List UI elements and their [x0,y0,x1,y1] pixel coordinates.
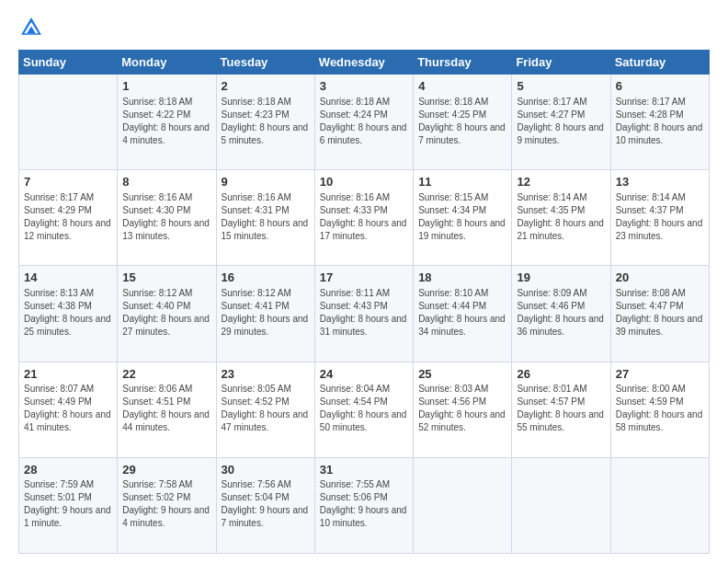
day-number: 25 [418,366,507,383]
day-number: 27 [616,366,705,383]
calendar-cell: 26Sunrise: 8:01 AMSunset: 4:57 PMDayligh… [512,362,610,457]
day-number: 1 [122,78,211,95]
page: SundayMondayTuesdayWednesdayThursdayFrid… [0,0,728,563]
day-info: Sunrise: 7:55 AMSunset: 5:06 PMDaylight:… [320,478,409,530]
calendar-cell: 7Sunrise: 8:17 AMSunset: 4:29 PMDaylight… [19,170,118,266]
day-number: 30 [222,462,311,478]
day-number: 8 [122,174,211,190]
day-info: Sunrise: 8:17 AMSunset: 4:29 PMDaylight:… [24,191,113,243]
day-number: 9 [222,174,311,190]
day-number: 28 [24,462,113,478]
day-number: 18 [418,270,507,286]
calendar-cell: 5Sunrise: 8:17 AMSunset: 4:27 PMDaylight… [512,75,610,170]
weekday-header-wednesday: Wednesday [314,51,413,75]
day-info: Sunrise: 8:18 AMSunset: 4:25 PMDaylight:… [418,96,507,147]
day-info: Sunrise: 8:05 AMSunset: 4:52 PMDaylight:… [222,383,311,434]
day-info: Sunrise: 8:08 AMSunset: 4:47 PMDaylight:… [616,287,705,339]
day-number: 11 [418,174,507,190]
calendar-cell: 22Sunrise: 8:06 AMSunset: 4:51 PMDayligh… [118,362,216,457]
logo [18,15,48,40]
calendar-cell: 11Sunrise: 8:15 AMSunset: 4:34 PMDayligh… [414,170,512,266]
day-info: Sunrise: 7:56 AMSunset: 5:04 PMDaylight:… [222,478,311,530]
calendar-cell: 4Sunrise: 8:18 AMSunset: 4:25 PMDaylight… [414,75,512,170]
calendar-cell: 3Sunrise: 8:18 AMSunset: 4:24 PMDaylight… [314,75,413,170]
day-number: 24 [320,366,409,383]
day-number: 4 [418,78,507,95]
calendar-table: SundayMondayTuesdayWednesdayThursdayFrid… [18,50,710,554]
calendar-cell: 30Sunrise: 7:56 AMSunset: 5:04 PMDayligh… [216,457,314,553]
day-info: Sunrise: 8:16 AMSunset: 4:30 PMDaylight:… [122,191,211,243]
calendar-cell: 27Sunrise: 8:00 AMSunset: 4:59 PMDayligh… [610,362,709,457]
calendar-cell: 31Sunrise: 7:55 AMSunset: 5:06 PMDayligh… [314,457,413,553]
day-number: 26 [517,366,606,383]
calendar-cell: 14Sunrise: 8:13 AMSunset: 4:38 PMDayligh… [19,266,118,362]
calendar-cell: 9Sunrise: 8:16 AMSunset: 4:31 PMDaylight… [216,170,314,266]
day-number: 31 [320,462,409,478]
day-info: Sunrise: 8:12 AMSunset: 4:41 PMDaylight:… [222,287,311,339]
weekday-header-tuesday: Tuesday [216,51,314,75]
weekday-header-row: SundayMondayTuesdayWednesdayThursdayFrid… [19,51,710,75]
day-info: Sunrise: 8:09 AMSunset: 4:46 PMDaylight:… [517,287,606,339]
day-number: 3 [320,78,409,95]
day-info: Sunrise: 8:14 AMSunset: 4:35 PMDaylight:… [517,191,606,243]
day-number: 19 [517,270,606,286]
calendar-cell: 28Sunrise: 7:59 AMSunset: 5:01 PMDayligh… [19,457,118,553]
calendar-week-row: 7Sunrise: 8:17 AMSunset: 4:29 PMDaylight… [19,170,710,266]
day-info: Sunrise: 8:01 AMSunset: 4:57 PMDaylight:… [517,383,606,434]
day-info: Sunrise: 8:17 AMSunset: 4:28 PMDaylight:… [616,96,705,147]
calendar-cell: 10Sunrise: 8:16 AMSunset: 4:33 PMDayligh… [314,170,413,266]
weekday-header-thursday: Thursday [414,51,512,75]
day-info: Sunrise: 8:18 AMSunset: 4:24 PMDaylight:… [320,96,409,147]
calendar-cell [610,457,709,553]
calendar-cell: 13Sunrise: 8:14 AMSunset: 4:37 PMDayligh… [610,170,709,266]
day-number: 22 [122,366,211,383]
day-info: Sunrise: 8:03 AMSunset: 4:56 PMDaylight:… [418,383,507,434]
day-number: 2 [222,78,311,95]
calendar-cell [19,75,118,170]
weekday-header-monday: Monday [118,51,216,75]
calendar-cell: 12Sunrise: 8:14 AMSunset: 4:35 PMDayligh… [512,170,610,266]
day-number: 7 [24,174,113,190]
calendar-cell: 17Sunrise: 8:11 AMSunset: 4:43 PMDayligh… [314,266,413,362]
calendar-cell: 8Sunrise: 8:16 AMSunset: 4:30 PMDaylight… [118,170,216,266]
day-info: Sunrise: 8:11 AMSunset: 4:43 PMDaylight:… [320,287,409,339]
day-number: 14 [24,270,113,286]
calendar-cell: 21Sunrise: 8:07 AMSunset: 4:49 PMDayligh… [19,362,118,457]
day-info: Sunrise: 8:17 AMSunset: 4:27 PMDaylight:… [517,96,606,147]
day-number: 21 [24,366,113,383]
calendar-cell: 15Sunrise: 8:12 AMSunset: 4:40 PMDayligh… [118,266,216,362]
day-number: 20 [616,270,705,286]
day-info: Sunrise: 8:07 AMSunset: 4:49 PMDaylight:… [24,383,113,434]
day-number: 5 [517,78,606,95]
day-info: Sunrise: 8:18 AMSunset: 4:22 PMDaylight:… [122,96,211,147]
weekday-header-sunday: Sunday [19,51,118,75]
day-number: 29 [122,462,211,478]
day-number: 12 [517,174,606,190]
day-info: Sunrise: 8:00 AMSunset: 4:59 PMDaylight:… [616,383,705,434]
day-info: Sunrise: 8:04 AMSunset: 4:54 PMDaylight:… [320,383,409,434]
calendar-cell: 29Sunrise: 7:58 AMSunset: 5:02 PMDayligh… [118,457,216,553]
logo-icon [18,15,44,40]
day-info: Sunrise: 7:59 AMSunset: 5:01 PMDaylight:… [24,478,113,530]
calendar-cell: 19Sunrise: 8:09 AMSunset: 4:46 PMDayligh… [512,266,610,362]
day-info: Sunrise: 8:14 AMSunset: 4:37 PMDaylight:… [616,191,705,243]
weekday-header-saturday: Saturday [610,51,709,75]
calendar-cell: 24Sunrise: 8:04 AMSunset: 4:54 PMDayligh… [314,362,413,457]
weekday-header-friday: Friday [512,51,610,75]
calendar-cell: 18Sunrise: 8:10 AMSunset: 4:44 PMDayligh… [414,266,512,362]
day-number: 10 [320,174,409,190]
calendar-cell: 6Sunrise: 8:17 AMSunset: 4:28 PMDaylight… [610,75,709,170]
day-info: Sunrise: 8:16 AMSunset: 4:31 PMDaylight:… [222,191,311,243]
calendar-cell: 2Sunrise: 8:18 AMSunset: 4:23 PMDaylight… [216,75,314,170]
calendar-week-row: 14Sunrise: 8:13 AMSunset: 4:38 PMDayligh… [19,266,710,362]
day-info: Sunrise: 8:15 AMSunset: 4:34 PMDaylight:… [418,191,507,243]
day-info: Sunrise: 8:06 AMSunset: 4:51 PMDaylight:… [122,383,211,434]
calendar-week-row: 1Sunrise: 8:18 AMSunset: 4:22 PMDaylight… [19,75,710,170]
day-info: Sunrise: 8:12 AMSunset: 4:40 PMDaylight:… [122,287,211,339]
day-number: 15 [122,270,211,286]
calendar-cell [512,457,610,553]
day-info: Sunrise: 8:16 AMSunset: 4:33 PMDaylight:… [320,191,409,243]
day-number: 16 [222,270,311,286]
day-number: 17 [320,270,409,286]
calendar-cell: 25Sunrise: 8:03 AMSunset: 4:56 PMDayligh… [414,362,512,457]
